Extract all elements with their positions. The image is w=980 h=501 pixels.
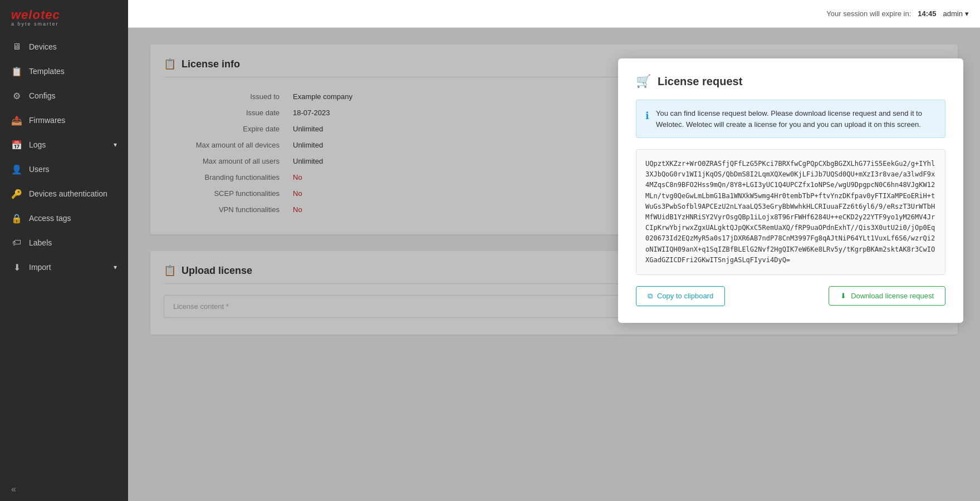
nav-label-access-tags: Access tags <box>29 214 117 223</box>
nav-icon-access-tags: 🔒 <box>11 213 22 224</box>
sidebar-item-configs[interactable]: ⚙ Configs <box>0 84 128 108</box>
nav-icon-firmwares: 📤 <box>11 115 22 126</box>
nav-icon-devices-auth: 🔑 <box>11 188 22 199</box>
topbar: Your session will expire in: 14:45 admin… <box>128 0 980 28</box>
dialog-title: 🛒 License request <box>636 74 945 89</box>
sidebar-item-devices[interactable]: 🖥 Devices <box>0 35 128 59</box>
nav-icon-users: 👤 <box>11 164 22 175</box>
logo: welotec a byte smarter <box>0 0 128 32</box>
nav-icon-logs: 📅 <box>11 139 22 150</box>
nav-menu: 🖥 Devices 📋 Templates ⚙ Configs 📤 Firmwa… <box>0 32 128 478</box>
nav-label-labels: Labels <box>29 238 117 247</box>
session-timer: 14:45 <box>918 9 936 18</box>
collapse-icon: « <box>11 484 16 494</box>
sidebar-item-firmwares[interactable]: 📤 Firmwares <box>0 108 128 132</box>
nav-label-devices: Devices <box>29 42 117 51</box>
nav-icon-configs: ⚙ <box>11 90 22 101</box>
license-text-box: UQpztXKZzr+WrO0ZRASfjQFfLzG5PKci7BRXfwCg… <box>636 149 945 275</box>
nav-label-import: Import <box>29 263 107 272</box>
user-menu[interactable]: admin ▾ <box>943 9 969 18</box>
nav-icon-labels: 🏷 <box>11 237 22 248</box>
info-box: ℹ You can find license request below. Pl… <box>636 100 945 138</box>
brand-tagline: a byte smarter <box>11 21 117 27</box>
info-box-text: You can find license request below. Plea… <box>656 108 936 130</box>
nav-arrow-logs: ▾ <box>114 141 117 149</box>
nav-label-devices-auth: Devices authentication <box>29 189 117 198</box>
nav-arrow-import: ▾ <box>114 263 117 271</box>
username: admin <box>943 9 963 18</box>
collapse-button[interactable]: « <box>0 478 128 501</box>
main-content: 📋 License info Issued toExample companyI… <box>128 28 980 501</box>
nav-label-configs: Configs <box>29 91 117 100</box>
dialog-title-icon: 🛒 <box>636 74 651 89</box>
sidebar-item-logs[interactable]: 📅 Logs ▾ <box>0 132 128 157</box>
nav-label-logs: Logs <box>29 140 107 149</box>
copy-button-label: Copy to clipboard <box>657 292 713 300</box>
sidebar-item-users[interactable]: 👤 Users <box>0 157 128 181</box>
sidebar-item-devices-auth[interactable]: 🔑 Devices authentication <box>0 181 128 206</box>
info-icon: ℹ <box>645 109 649 124</box>
sidebar-item-access-tags[interactable]: 🔒 Access tags <box>0 206 128 230</box>
nav-icon-import: ⬇ <box>11 262 22 273</box>
download-license-request-button[interactable]: ⬇ Download license request <box>829 286 945 306</box>
session-label: Your session will expire in: <box>826 9 911 18</box>
download-button-label: Download license request <box>851 292 934 300</box>
nav-icon-devices: 🖥 <box>11 41 22 52</box>
dialog-title-text: License request <box>658 75 742 88</box>
nav-label-firmwares: Firmwares <box>29 116 117 125</box>
download-icon: ⬇ <box>840 292 846 300</box>
user-dropdown-icon: ▾ <box>965 9 969 18</box>
sidebar-item-import[interactable]: ⬇ Import ▾ <box>0 255 128 279</box>
sidebar-item-labels[interactable]: 🏷 Labels <box>0 230 128 255</box>
dialog-actions: ⧉ Copy to clipboard ⬇ Download license r… <box>636 286 945 306</box>
nav-icon-templates: 📋 <box>11 66 22 77</box>
sidebar-item-templates[interactable]: 📋 Templates <box>0 59 128 84</box>
brand-name: welotec <box>11 8 117 22</box>
copy-to-clipboard-button[interactable]: ⧉ Copy to clipboard <box>636 286 725 306</box>
nav-label-templates: Templates <box>29 67 117 76</box>
license-request-dialog: 🛒 License request ℹ You can find license… <box>618 58 963 323</box>
copy-icon: ⧉ <box>648 292 653 301</box>
sidebar: welotec a byte smarter 🖥 Devices 📋 Templ… <box>0 0 128 501</box>
nav-label-users: Users <box>29 165 117 174</box>
license-text-content: UQpztXKZzr+WrO0ZRASfjQFfLzG5PKci7BRXfwCg… <box>645 160 935 264</box>
